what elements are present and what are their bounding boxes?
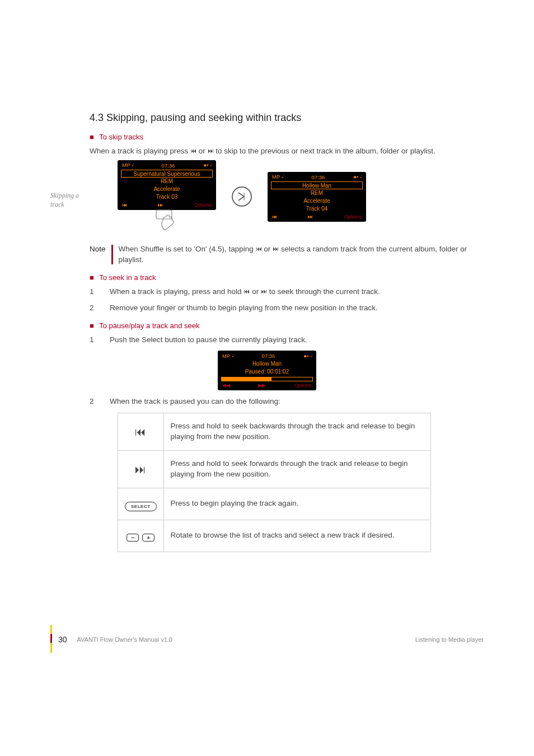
next-track-icon: ⏭	[208, 147, 214, 154]
table-row: ⏭ Press and hold to seek forwards throug…	[118, 450, 431, 488]
paused-label: Paused: 00:01:02	[218, 368, 316, 376]
track-line: Track 03	[118, 193, 216, 201]
skip-intro: When a track is playing press ⏮ or ⏭ to …	[90, 146, 484, 157]
step-number: 1	[90, 286, 110, 297]
prev-track-icon: ⏮	[190, 147, 196, 154]
next-track-icon: ⏭	[308, 214, 313, 220]
album-line: Accelerate	[118, 185, 216, 193]
table-row: − + Rotate to browse the list of tracks …	[118, 520, 431, 552]
step-number: 2	[90, 302, 110, 314]
subheading-seek: ■ To seek in a track	[90, 273, 484, 282]
track-title-box: Supernatural Superserious	[121, 170, 213, 178]
next-track-icon: ⏭	[158, 202, 163, 208]
section-name: Listening to Media player	[415, 636, 484, 643]
progress-bar	[221, 377, 313, 381]
page-number: 30	[58, 635, 67, 644]
select-button-icon: SELECT	[125, 502, 157, 511]
subheading-pause: ■ To pause/play a track and seek	[90, 321, 484, 330]
actions-table: ⏮ Press and hold to seek backwards throu…	[118, 413, 431, 552]
signal-icon: 𝆺𝅥	[310, 353, 312, 359]
next-track-icon: ⏭	[261, 288, 267, 295]
signal-icon: 𝆺𝅥	[210, 162, 212, 168]
bullet-icon: ■	[90, 273, 94, 282]
prev-track-icon: ⏮	[122, 202, 127, 208]
player-screen-paused: MP 𝆺𝅥 07:36 ●▪ 𝆺𝅥 Hollow Man Paused: 00:…	[218, 351, 316, 390]
page-footer: 30 AVANTI Flow Owner's Manual v1.0 Liste…	[50, 635, 484, 644]
battery-icon: ●▪	[353, 174, 358, 180]
note-block: Note When Shuffle is set to 'On' (4.5), …	[90, 244, 484, 265]
options-label: Options	[344, 214, 362, 220]
section-heading: 4.3 Skipping, pausing and seeking within…	[90, 112, 484, 124]
options-label: Options	[294, 382, 312, 388]
table-row: ⏮ Press and hold to seek backwards throu…	[118, 413, 431, 450]
signal-icon: 𝆺𝅥	[360, 174, 362, 180]
artist-line: REM	[118, 178, 216, 185]
prev-track-icon: ⏮	[256, 245, 262, 252]
subheading-skip: ■ To skip tracks	[90, 133, 484, 141]
step-number: 2	[90, 396, 110, 407]
forward-icon: ▶▶	[258, 382, 266, 388]
rewind-icon: ◀◀	[222, 382, 230, 388]
action-description: Press and hold to seek forwards through …	[163, 450, 430, 488]
prev-track-icon: ⏮	[243, 288, 250, 295]
bullet-icon: ■	[90, 321, 94, 330]
footer-accent-icon	[50, 634, 52, 643]
track-title: Hollow Man	[218, 360, 316, 368]
action-description: Press and hold to seek backwards through…	[163, 413, 430, 450]
margin-note: Skipping a track	[50, 192, 90, 209]
step-number: 1	[90, 334, 110, 346]
subheading-skip-text: To skip tracks	[99, 133, 143, 141]
subheading-pause-text: To pause/play a track and seek	[99, 321, 199, 330]
list-item: 2 When the track is paused you can do th…	[90, 396, 484, 407]
subheading-seek-text: To seek in a track	[99, 273, 156, 282]
rotate-knob-icon: − +	[127, 534, 154, 542]
table-row: SELECT Press to begin playing the track …	[118, 488, 431, 520]
transition-arrow-icon	[232, 186, 252, 207]
manual-title: AVANTI Flow Owner's Manual v1.0	[77, 636, 172, 643]
note-bar-icon	[111, 245, 113, 264]
prev-track-icon: ⏮	[118, 413, 164, 450]
battery-icon: ●▪	[203, 162, 208, 168]
track-line: Track 04	[268, 205, 366, 213]
next-track-icon: ⏭	[273, 245, 279, 252]
action-description: Rotate to browse the list of tracks and …	[163, 520, 430, 552]
list-item: 2 Remove your finger or thumb to begin p…	[90, 302, 484, 314]
player-screen-before: MP 𝆺𝅥 07:36 ●▪ 𝆺𝅥 Supernatural Superseri…	[118, 160, 216, 210]
artist-line: REM	[268, 189, 366, 197]
next-track-icon: ⏭	[118, 450, 164, 488]
album-line: Accelerate	[268, 197, 366, 205]
signal-icon: 𝆺𝅥	[132, 162, 133, 168]
options-label: Options	[194, 202, 212, 208]
note-label: Note	[90, 244, 106, 265]
action-description: Press to begin playing the track again.	[163, 488, 430, 520]
list-item: 1 Push the Select button to pause the cu…	[90, 334, 484, 346]
list-item: 1 When a track is playing, press and hol…	[90, 286, 484, 297]
prev-track-icon: ⏮	[272, 214, 277, 220]
bullet-icon: ■	[90, 133, 94, 141]
track-title-box: Hollow Man	[271, 181, 363, 189]
player-screen-after: MP 𝆺𝅥 07:36 ●▪ 𝆺𝅥 Hollow Man REM Acceler…	[268, 172, 366, 222]
signal-icon: 𝆺𝅥	[282, 174, 283, 180]
battery-icon: ●▪	[303, 353, 308, 359]
signal-icon: 𝆺𝅥	[232, 353, 233, 359]
note-text: When Shuffle is set to 'On' (4.5), tappi…	[119, 244, 484, 265]
touch-hand-icon	[153, 209, 181, 234]
